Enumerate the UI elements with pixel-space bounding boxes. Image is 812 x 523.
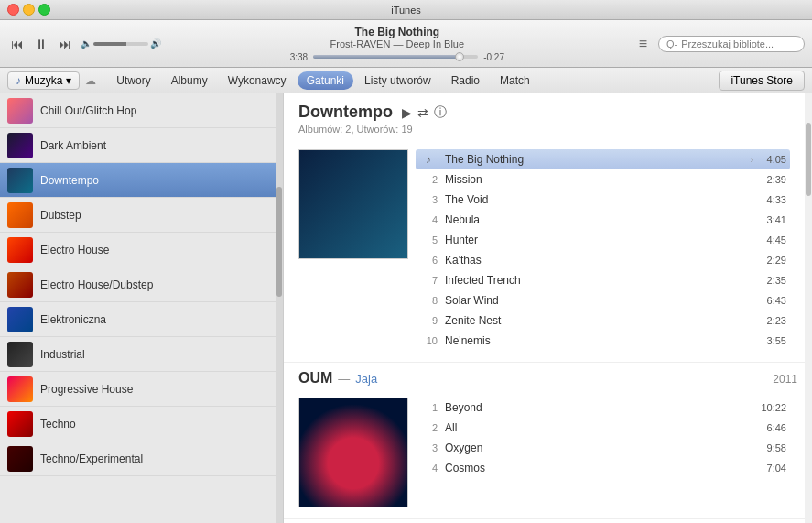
sidebar-thumb-indus xyxy=(7,342,33,367)
track-row[interactable]: 3The Void4:33 xyxy=(416,190,790,210)
album-header-oum: OUM — Jaja2011 xyxy=(284,363,812,390)
genre-title: Downtempo xyxy=(298,103,393,122)
track-duration: 10:22 xyxy=(759,402,786,413)
track-number: 6 xyxy=(419,255,438,266)
sidebar-item-label: Electro House/Dubstep xyxy=(40,278,153,291)
track-name: Mission xyxy=(438,173,759,186)
track-row[interactable]: 8Solar Wind6:43 xyxy=(416,290,790,311)
source-label: Muzyka xyxy=(25,74,62,87)
sidebar-thumb-dub xyxy=(7,202,33,228)
track-name: Infected Trench xyxy=(438,274,759,287)
track-row[interactable]: 9Zenite Nest2:23 xyxy=(416,311,790,331)
content-scroll-thumb[interactable] xyxy=(806,123,811,196)
sidebar-item-chill-out-glitch-hop[interactable]: Chill Out/Glitch Hop xyxy=(0,93,283,128)
sidebar-item-elektroniczna[interactable]: Elektroniczna xyxy=(0,302,283,337)
menu-icon[interactable]: ≡ xyxy=(633,34,653,54)
sidebar-scroll-thumb[interactable] xyxy=(276,187,282,297)
search-input[interactable] xyxy=(681,38,791,49)
search-box[interactable]: Q- xyxy=(658,36,805,52)
shuffle-genre-button[interactable]: ⇄ xyxy=(417,105,428,120)
track-number: 2 xyxy=(419,174,438,185)
sidebar-item-electro-house-dubstep[interactable]: Electro House/Dubstep xyxy=(0,267,283,302)
genre-controls: ▶ ⇄ ⓘ xyxy=(402,104,447,121)
sidebar-thumb-electrodub xyxy=(7,272,33,298)
track-row[interactable]: 3Oxygen9:58 xyxy=(416,438,790,458)
toolbar: ⏮ ⏸ ⏭ 🔈 🔊 The Big Nothing Frost-RAVEN — … xyxy=(0,20,812,68)
volume-control[interactable]: 🔈 🔊 xyxy=(81,38,161,49)
nav-item-utwory[interactable]: Utwory xyxy=(107,71,159,90)
track-duration: 3:55 xyxy=(759,335,786,346)
album-sections: ♪The Big Nothing›4:052Mission2:393The Vo… xyxy=(284,142,812,519)
track-number: 1 xyxy=(419,402,438,413)
track-name: Oxygen xyxy=(438,441,759,454)
track-name: Beyond xyxy=(438,401,759,414)
sidebar-scrollbar[interactable] xyxy=(276,93,283,523)
nav-item-albumy[interactable]: Albumy xyxy=(162,71,217,90)
source-selector[interactable]: ♪ Muzyka ▾ xyxy=(7,71,80,90)
track-duration: 2:23 xyxy=(759,315,786,326)
volume-slider-track[interactable] xyxy=(93,42,148,46)
nav-item-radio[interactable]: Radio xyxy=(442,71,489,90)
track-number: 8 xyxy=(419,295,438,306)
track-row[interactable]: ♪The Big Nothing›4:05 xyxy=(416,149,790,169)
sidebar-item-electro-house[interactable]: Electro House xyxy=(0,233,283,267)
sidebar-item-techno-experimental[interactable]: Techno/Experimental xyxy=(0,441,283,476)
next-button[interactable]: ⏭ xyxy=(55,35,75,53)
sidebar-thumb-elek xyxy=(7,307,33,332)
info-genre-button[interactable]: ⓘ xyxy=(434,104,447,121)
track-row[interactable]: 2Mission2:39 xyxy=(416,169,790,190)
track-name: Nebula xyxy=(438,213,759,226)
music-note-icon: ♪ xyxy=(16,74,21,87)
sidebar-item-label: Downtempo xyxy=(40,174,99,187)
now-playing-display: The Big Nothing Frost-RAVEN — Deep In Bl… xyxy=(167,26,628,62)
nav-item-listy-utworów[interactable]: Listy utworów xyxy=(355,71,440,90)
minimize-button[interactable] xyxy=(23,4,35,16)
cloud-icon[interactable]: ☁ xyxy=(85,74,96,87)
nav-item-gatunki[interactable]: Gatunki xyxy=(298,71,353,90)
itunes-store-button[interactable]: iTunes Store xyxy=(719,71,805,91)
sidebar-item-label: Chill Out/Glitch Hop xyxy=(40,104,136,117)
progress-area: 3:38 -0:27 xyxy=(290,52,504,62)
track-duration: 2:39 xyxy=(759,174,786,185)
album-section-deep_in_blue: ♪The Big Nothing›4:052Mission2:393The Vo… xyxy=(284,142,812,363)
nav-item-wykonawcy[interactable]: Wykonawcy xyxy=(219,71,296,90)
track-name: Zenite Nest xyxy=(438,314,759,327)
close-button[interactable] xyxy=(7,4,19,16)
album-year-oum: 2011 xyxy=(773,373,797,386)
sidebar-item-downtempo[interactable]: Downtempo xyxy=(0,163,283,198)
track-row[interactable]: 10Ne'nemis3:55 xyxy=(416,331,790,351)
sidebar-item-label: Industrial xyxy=(40,348,85,361)
nav-item-match[interactable]: Match xyxy=(491,71,539,90)
progress-thumb[interactable] xyxy=(455,52,464,61)
track-number: 3 xyxy=(419,194,438,205)
play-genre-button[interactable]: ▶ xyxy=(402,105,412,120)
sidebar-item-dark-ambient[interactable]: Dark Ambient xyxy=(0,128,283,163)
track-row[interactable]: 6Ka'thas2:29 xyxy=(416,250,790,270)
track-row[interactable]: 1Beyond10:22 xyxy=(416,398,790,418)
sidebar-item-progressive-house[interactable]: Progressive House xyxy=(0,372,283,407)
track-number: 9 xyxy=(419,315,438,326)
track-name: Hunter xyxy=(438,234,759,246)
content-scrollbar[interactable] xyxy=(805,93,812,523)
main-content: Chill Out/Glitch HopDark AmbientDowntemp… xyxy=(0,93,812,523)
track-duration: 4:05 xyxy=(759,154,786,165)
track-row[interactable]: 2All6:46 xyxy=(416,418,790,438)
track-list-oum: 1Beyond10:222All6:463Oxygen9:584Cosmos7:… xyxy=(408,398,797,507)
sidebar-item-industrial[interactable]: Industrial xyxy=(0,337,283,372)
track-row[interactable]: 4Cosmos7:04 xyxy=(416,458,790,478)
sidebar-item-dubstep[interactable]: Dubstep xyxy=(0,198,283,233)
search-icon: Q- xyxy=(666,38,677,49)
sidebar-thumb-electro xyxy=(7,237,33,263)
sidebar-item-techno[interactable]: Techno xyxy=(0,407,283,441)
content-area: Downtempo ▶ ⇄ ⓘ Albumów: 2, Utworów: 19 … xyxy=(284,93,812,523)
track-number: 2 xyxy=(419,422,438,433)
prev-button[interactable]: ⏮ xyxy=(7,35,27,53)
title-bar: iTunes xyxy=(0,0,812,20)
track-row[interactable]: 4Nebula3:41 xyxy=(416,210,790,230)
maximize-button[interactable] xyxy=(38,4,50,16)
track-row[interactable]: 7Infected Trench2:35 xyxy=(416,270,790,290)
play-pause-button[interactable]: ⏸ xyxy=(31,35,51,53)
progress-track[interactable] xyxy=(313,55,478,59)
track-name: Cosmos xyxy=(438,462,759,474)
track-row[interactable]: 5Hunter4:45 xyxy=(416,230,790,250)
